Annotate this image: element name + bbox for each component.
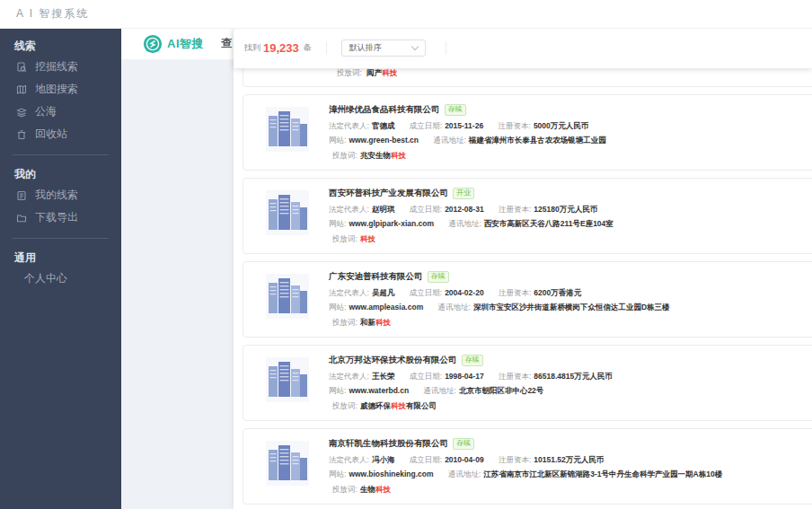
- legal-rep-value: 赵明琪: [372, 205, 395, 214]
- website-value: www.green-best.cn: [349, 136, 419, 145]
- company-thumbnail: [266, 274, 309, 319]
- keyword-label: 投放词:: [332, 234, 357, 243]
- capital-label: 注册资本:: [499, 455, 531, 464]
- capital-label: 注册资本:: [499, 372, 531, 381]
- sidebar-item-label: 挖掘线索: [35, 59, 78, 75]
- company-card[interactable]: 广东安迪普科技有限公司 存续 法定代表人:吴超凡 成立日期:2004-02-20…: [243, 261, 812, 338]
- toolbar-divider: [446, 41, 446, 55]
- keyword-label: 投放词:: [332, 151, 357, 160]
- address-value: 北京市朝阳区非中心22号: [459, 386, 543, 395]
- trash-icon: [16, 129, 27, 140]
- company-thumbnail: [266, 357, 309, 402]
- company-name[interactable]: 北京万邦达环保技术股份有限公司: [329, 355, 457, 366]
- sidebar-item-dig-clues[interactable]: 挖掘线索: [0, 56, 121, 78]
- capital-value: 10151.52万元人民币: [534, 455, 604, 464]
- address-label: 通讯地址:: [433, 136, 465, 145]
- results-panel: 投放词: 闽产科技 漳州绿优品食品科技有限公司 存续 法定代表人:官德成 成立日: [234, 29, 812, 509]
- keyword-highlight: 科技: [360, 234, 375, 243]
- keyword-label: 投放词:: [332, 318, 357, 327]
- sort-dropdown[interactable]: 默认排序: [341, 39, 426, 57]
- company-name[interactable]: 南京轩凯生物科技股份有限公司: [329, 438, 448, 450]
- sidebar-divider: [13, 238, 109, 239]
- status-badge: 存续: [428, 271, 449, 283]
- company-card[interactable]: 南京轩凯生物科技股份有限公司 存续 法定代表人:冯小海 成立日期:2010-04…: [243, 428, 812, 505]
- sidebar-item-map-search[interactable]: 地图搜索: [0, 78, 121, 101]
- legal-rep-label: 法定代表人:: [329, 372, 369, 381]
- toolbar-divider: [326, 41, 327, 55]
- company-card[interactable]: 西安环普科技产业发展有限公司 开业 法定代表人:赵明琪 成立日期:2012-08…: [243, 178, 812, 254]
- result-count: 19,233: [263, 41, 299, 55]
- company-name[interactable]: 西安环普科技产业发展有限公司: [329, 188, 448, 199]
- address-value: 江苏省南京市江北新区新锦湖路3-1号中丹生命科学产业园一期A栋10楼: [483, 470, 722, 478]
- legal-rep-value: 官德成: [372, 121, 395, 130]
- established-value: 2004-02-20: [445, 288, 483, 297]
- address-value: 深圳市宝安区沙井街道新桥横岗下众恒信达工业园D栋三楼: [473, 303, 670, 312]
- company-card[interactable]: 北京万邦达环保技术股份有限公司 存续 法定代表人:王长荣 成立日期:1998-0…: [243, 345, 812, 421]
- keyword-label: 投放词:: [332, 485, 357, 494]
- layers-icon: [16, 107, 27, 118]
- sidebar-item-label: 我的线索: [35, 188, 78, 203]
- address-label: 通讯地址:: [424, 386, 456, 395]
- sidebar-item-recycle-bin[interactable]: 回收站: [0, 123, 121, 145]
- company-thumbnail: [266, 107, 309, 152]
- established-label: 成立日期:: [410, 372, 442, 381]
- sidebar-item-high-seas[interactable]: 公海: [0, 101, 121, 123]
- company-thumbnail: [266, 441, 309, 486]
- sidebar-item-my-clues[interactable]: 我的线索: [0, 184, 121, 206]
- keyword-highlight: 科技: [375, 485, 391, 494]
- folder-export-icon: [16, 213, 27, 224]
- keyword-value: 闽产: [366, 68, 382, 77]
- established-value: 1998-04-17: [445, 372, 483, 381]
- keyword-highlight: 科技: [375, 318, 391, 327]
- sidebar-item-label: 公海: [35, 104, 57, 119]
- status-badge: 存续: [462, 355, 483, 366]
- app-logo[interactable]: AI智搜: [143, 34, 204, 54]
- legal-rep-value: 冯小海: [372, 455, 395, 464]
- sidebar-section-mine: 我的: [0, 164, 121, 184]
- legal-rep-label: 法定代表人:: [329, 455, 369, 464]
- legal-rep-label: 法定代表人:: [329, 121, 369, 130]
- capital-value: 5000万元人民币: [534, 121, 588, 130]
- address-value: 福建省漳州市长泰县古农农场银塘工业园: [469, 136, 606, 145]
- keyword-value: 生物: [360, 485, 375, 494]
- website-value: www.waterbd.cn: [349, 386, 409, 395]
- sidebar-item-download-export[interactable]: 下载导出: [0, 206, 121, 229]
- map-search-icon: [16, 84, 27, 95]
- sidebar-divider: [13, 154, 109, 155]
- keyword-highlight: 科技: [382, 68, 397, 77]
- address-label: 通讯地址:: [438, 303, 471, 312]
- established-value: 2015-11-26: [445, 121, 483, 130]
- established-label: 成立日期:: [410, 121, 442, 130]
- doc-search-icon: [16, 62, 27, 73]
- capital-label: 注册资本:: [499, 205, 531, 214]
- keyword-value: 和新: [360, 318, 375, 327]
- company-card[interactable]: 漳州绿优品食品科技有限公司 存续 法定代表人:官德成 成立日期:2015-11-…: [243, 94, 812, 171]
- results-list: 投放词: 闽产科技 漳州绿优品食品科技有限公司 存续 法定代表人:官德成 成立日: [234, 29, 812, 509]
- company-name[interactable]: 漳州绿优品食品科技有限公司: [329, 104, 440, 116]
- sidebar-item-personal-center[interactable]: 个人中心: [0, 268, 121, 290]
- my-clues-doc-icon: [16, 190, 27, 201]
- website-label: 网站:: [329, 136, 346, 145]
- sort-selected-value: 默认排序: [349, 42, 382, 54]
- system-title: A I 智搜系统: [16, 6, 89, 22]
- status-badge: 存续: [453, 438, 474, 450]
- legal-rep-value: 吴超凡: [372, 288, 395, 297]
- address-label: 通讯地址:: [448, 219, 481, 228]
- capital-value: 6200万香港元: [534, 288, 581, 297]
- logo-text: AI智搜: [167, 36, 204, 52]
- capital-label: 注册资本:: [499, 121, 531, 130]
- count-unit: 条: [304, 42, 312, 54]
- keyword-label: 投放词:: [332, 401, 357, 410]
- found-prefix: 找到: [244, 42, 260, 54]
- established-label: 成立日期:: [410, 288, 442, 297]
- website-label: 网站:: [329, 470, 346, 478]
- established-value: 2012-08-31: [445, 205, 483, 214]
- keyword-value: 威德环保: [360, 401, 391, 410]
- legal-rep-label: 法定代表人:: [329, 288, 369, 297]
- sidebar-section-general: 通用: [0, 248, 121, 268]
- website-value: www.glpipark-xian.com: [349, 219, 434, 228]
- sidebar-item-label: 下载导出: [35, 210, 78, 225]
- status-badge: 开业: [453, 188, 474, 199]
- company-name[interactable]: 广东安迪普科技有限公司: [329, 271, 423, 283]
- status-badge: 存续: [445, 104, 466, 116]
